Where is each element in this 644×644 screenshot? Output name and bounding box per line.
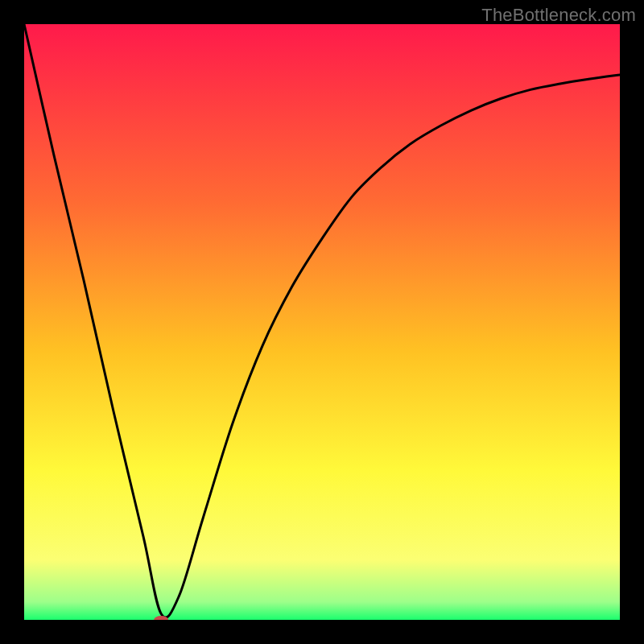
plot-area — [24, 24, 620, 620]
watermark-text: TheBottleneck.com — [481, 5, 636, 26]
chart-svg — [24, 24, 620, 620]
chart-frame: TheBottleneck.com — [0, 0, 644, 644]
gradient-background — [24, 24, 620, 620]
